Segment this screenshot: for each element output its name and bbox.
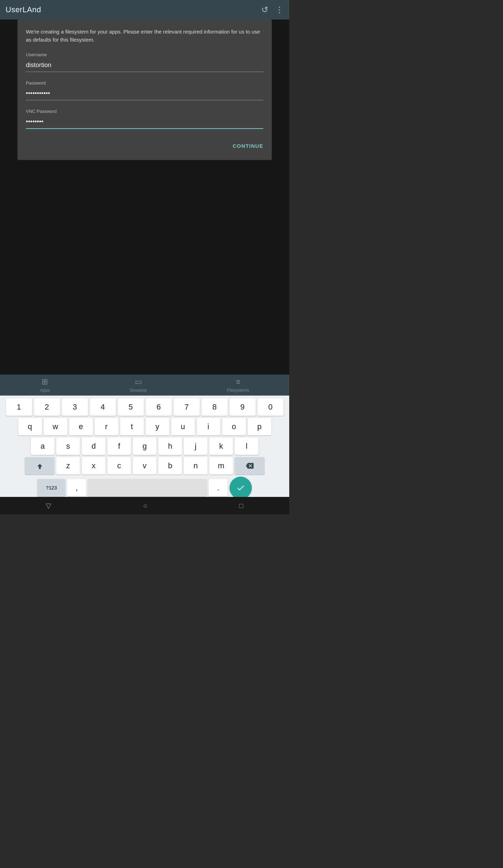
enter-key[interactable] xyxy=(229,477,252,499)
continue-button[interactable]: CONTINUE xyxy=(233,140,263,152)
key-y[interactable]: y xyxy=(146,418,169,435)
username-label: Username xyxy=(26,52,263,57)
keyboard-row-bottom: ?123 , . xyxy=(1,477,288,499)
key-1[interactable]: 1 xyxy=(6,398,32,416)
key-x[interactable]: x xyxy=(82,457,105,475)
key-d[interactable]: d xyxy=(82,437,105,455)
key-l[interactable]: l xyxy=(235,437,258,455)
key-5[interactable]: 5 xyxy=(118,398,144,416)
symbols-key[interactable]: ?123 xyxy=(37,479,65,497)
key-v[interactable]: v xyxy=(133,457,156,475)
key-p[interactable]: p xyxy=(248,418,271,435)
key-u[interactable]: u xyxy=(171,418,195,435)
apps-label: Apps xyxy=(40,388,50,393)
system-navigation-bar: ▽ ○ □ xyxy=(0,497,289,514)
key-o[interactable]: o xyxy=(222,418,246,435)
vnc-password-label: VNC Password xyxy=(26,109,263,114)
backspace-key[interactable] xyxy=(235,457,264,475)
app-bar: UserLAnd ↺ ⋮ xyxy=(0,0,289,20)
recents-nav-icon[interactable]: □ xyxy=(239,502,243,510)
key-4[interactable]: 4 xyxy=(90,398,116,416)
key-h[interactable]: h xyxy=(158,437,182,455)
comma-key[interactable]: , xyxy=(67,479,86,497)
password-input[interactable] xyxy=(26,88,263,100)
key-c[interactable]: c xyxy=(107,457,131,475)
sessions-icon: ▭ xyxy=(135,377,142,386)
key-s[interactable]: s xyxy=(56,437,80,455)
key-t[interactable]: t xyxy=(120,418,144,435)
filesystems-label: Filesystems xyxy=(227,388,249,393)
key-f[interactable]: f xyxy=(107,437,131,455)
app-bar-actions: ↺ ⋮ xyxy=(261,5,284,15)
apps-icon: ⊞ xyxy=(42,377,48,386)
key-w[interactable]: w xyxy=(44,418,67,435)
username-input[interactable] xyxy=(26,60,263,72)
key-b[interactable]: b xyxy=(158,457,182,475)
period-key[interactable]: . xyxy=(209,479,228,497)
key-m[interactable]: m xyxy=(209,457,233,475)
keyboard-row-asdf: a s d f g h j k l xyxy=(1,437,288,455)
key-3[interactable]: 3 xyxy=(62,398,88,416)
key-e[interactable]: e xyxy=(69,418,93,435)
svg-rect-0 xyxy=(39,468,41,469)
key-6[interactable]: 6 xyxy=(146,398,172,416)
key-q[interactable]: q xyxy=(18,418,42,435)
back-nav-icon[interactable]: ▽ xyxy=(46,501,51,510)
home-nav-icon[interactable]: ○ xyxy=(143,502,147,510)
keyboard-row-qwerty: q w e r t y u i o p xyxy=(1,418,288,435)
bottom-navigation: ⊞ Apps ▭ Sessions ≡ Filesystems xyxy=(0,375,289,396)
nav-item-sessions[interactable]: ▭ Sessions xyxy=(130,377,147,393)
key-k[interactable]: k xyxy=(209,437,233,455)
key-9[interactable]: 9 xyxy=(229,398,256,416)
key-z[interactable]: z xyxy=(56,457,80,475)
filesystem-dialog: We're creating a filesystem for your app… xyxy=(17,20,272,160)
password-label: Password xyxy=(26,80,263,86)
keyboard-row-numbers: 1 2 3 4 5 6 7 8 9 0 xyxy=(1,398,288,416)
more-options-icon[interactable]: ⋮ xyxy=(275,5,284,15)
dialog-description: We're creating a filesystem for your app… xyxy=(26,28,263,44)
nav-item-apps[interactable]: ⊞ Apps xyxy=(40,377,50,393)
key-7[interactable]: 7 xyxy=(174,398,200,416)
key-j[interactable]: j xyxy=(184,437,207,455)
app-title: UserLAnd xyxy=(6,5,41,14)
nav-item-filesystems[interactable]: ≡ Filesystems xyxy=(227,377,249,393)
key-a[interactable]: a xyxy=(31,437,54,455)
dialog-actions: CONTINUE xyxy=(26,137,263,152)
vnc-password-input[interactable] xyxy=(26,117,263,129)
key-n[interactable]: n xyxy=(184,457,207,475)
key-2[interactable]: 2 xyxy=(34,398,60,416)
keyboard: 1 2 3 4 5 6 7 8 9 0 q w e r t y u i o p … xyxy=(0,396,289,497)
key-r[interactable]: r xyxy=(95,418,118,435)
sessions-label: Sessions xyxy=(130,388,147,393)
filesystems-icon: ≡ xyxy=(236,377,240,386)
keyboard-row-zxcv: z x c v b n m xyxy=(1,457,288,475)
shift-key[interactable] xyxy=(25,457,54,475)
key-8[interactable]: 8 xyxy=(202,398,228,416)
key-i[interactable]: i xyxy=(197,418,220,435)
refresh-icon[interactable]: ↺ xyxy=(261,5,268,15)
space-key[interactable] xyxy=(88,479,207,497)
key-0[interactable]: 0 xyxy=(257,398,284,416)
key-g[interactable]: g xyxy=(133,437,156,455)
